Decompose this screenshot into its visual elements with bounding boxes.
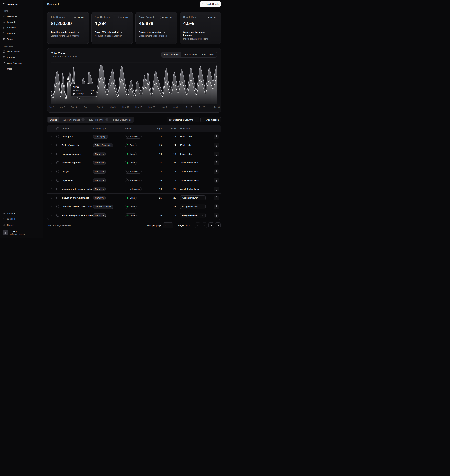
sidebar-item-lifecycle[interactable]: Lifecycle [1, 19, 42, 25]
file-icon [3, 62, 6, 64]
help-icon [3, 218, 6, 221]
row-header-link[interactable]: Cover page [62, 135, 73, 138]
assign-reviewer-select[interactable]: Assign reviewer [180, 204, 206, 209]
row-menu-button[interactable] [214, 161, 219, 165]
quick-create-button[interactable]: Quick Create [200, 1, 221, 7]
target-cell[interactable]: 10 [150, 153, 165, 155]
range-option-last-30-days[interactable]: Last 30 days [181, 52, 200, 58]
row-header-link[interactable]: Executive summary [62, 153, 82, 155]
row-menu-button[interactable] [214, 169, 219, 174]
sidebar-item-dashboard[interactable]: Dashboard [1, 13, 42, 19]
stat-card-headline: Down 20% this period [95, 31, 129, 34]
section-type-badge: Table of contents [93, 143, 113, 147]
brand-name: Acme Inc. [7, 3, 19, 6]
row-menu-button[interactable] [214, 213, 219, 218]
row-menu-button[interactable] [214, 152, 219, 157]
limit-cell[interactable]: 24 [165, 144, 179, 146]
topbar: Documents Quick Create [43, 0, 225, 8]
sidebar-item-projects[interactable]: Projects [1, 31, 42, 36]
next-page-button[interactable] [208, 222, 214, 228]
row-header-link[interactable]: Integration with existing systems [62, 188, 94, 190]
tab-outline[interactable]: Outline [48, 117, 59, 122]
customize-columns-button[interactable]: Customize Columns [167, 117, 199, 122]
sidebar-item-more[interactable]: More [1, 66, 42, 71]
row-checkbox[interactable] [56, 179, 59, 181]
row-checkbox[interactable] [56, 170, 59, 173]
rows-per-page-select[interactable]: 10 [163, 222, 173, 228]
row-menu-button[interactable] [214, 143, 219, 148]
limit-cell[interactable]: 23 [165, 162, 179, 164]
sidebar-item-reports[interactable]: Reports [1, 55, 42, 60]
row-checkbox[interactable] [56, 153, 59, 155]
tab-focus-documents[interactable]: Focus Documents [111, 117, 134, 122]
sidebar-item-search[interactable]: Search [1, 222, 42, 227]
target-cell[interactable]: 25 [150, 197, 165, 199]
row-checkbox[interactable] [56, 188, 59, 190]
add-section-button[interactable]: Add Section [200, 117, 221, 122]
assign-reviewer-select[interactable]: Assign reviewer [180, 213, 206, 218]
target-cell[interactable]: 19 [150, 188, 165, 190]
drag-handle-icon[interactable] [49, 214, 53, 217]
row-checkbox[interactable] [56, 144, 59, 146]
row-menu-button[interactable] [214, 196, 219, 200]
ellipsis-vertical-icon[interactable] [38, 232, 40, 234]
drag-cell [47, 214, 55, 217]
row-menu-button[interactable] [214, 178, 219, 183]
limit-cell[interactable]: 28 [165, 214, 179, 217]
sidebar-item-analytics[interactable]: Analytics [1, 25, 42, 30]
row-header-link[interactable]: Table of contents [62, 144, 79, 146]
tab-key-personnel[interactable]: Key Personnel2 [87, 117, 111, 122]
row-checkbox[interactable] [56, 135, 59, 138]
sidebar-item-data-library[interactable]: Data Library [1, 49, 42, 54]
brand[interactable]: Acme Inc. [1, 2, 42, 7]
target-cell[interactable]: 2 [150, 170, 165, 173]
drag-handle-icon[interactable] [49, 170, 53, 173]
sidebar-item-team[interactable]: Team [1, 36, 42, 42]
limit-cell[interactable]: 26 [165, 197, 179, 199]
drag-handle-icon[interactable] [49, 205, 53, 208]
row-checkbox[interactable] [56, 214, 59, 217]
limit-cell[interactable]: 21 [165, 188, 179, 190]
drag-handle-icon[interactable] [49, 179, 53, 182]
drag-handle-icon[interactable] [49, 153, 53, 155]
drag-handle-icon[interactable] [49, 162, 53, 164]
limit-cell[interactable]: 13 [165, 153, 179, 155]
row-menu-button[interactable] [214, 204, 219, 209]
status-label: In Process [130, 179, 140, 181]
row-checkbox[interactable] [56, 162, 59, 164]
row-menu-button[interactable] [214, 134, 219, 139]
row-checkbox[interactable] [56, 197, 59, 199]
select-all-checkbox[interactable] [56, 128, 59, 130]
last-page-button[interactable] [215, 222, 221, 228]
drag-handle-icon[interactable] [49, 135, 53, 138]
target-cell[interactable]: 30 [150, 214, 165, 217]
row-checkbox[interactable] [56, 205, 59, 208]
row-menu-button[interactable] [214, 187, 219, 192]
target-cell[interactable]: 7 [150, 205, 165, 208]
sidebar-item-get-help[interactable]: Get Help [1, 216, 42, 222]
limit-cell[interactable]: 23 [165, 205, 179, 208]
row-header-link[interactable]: Technical approach [62, 162, 81, 164]
drag-handle-icon[interactable] [49, 197, 53, 199]
row-header-link[interactable]: Innovation and Advantages [62, 197, 89, 199]
user-menu[interactable]: shadcn m@example.com [1, 229, 42, 237]
limit-cell[interactable]: 5 [165, 135, 179, 138]
row-header-link[interactable]: Capabilities [62, 179, 73, 181]
tab-past-performance[interactable]: Past Performance3 [60, 117, 87, 122]
limit-cell[interactable]: 16 [165, 170, 179, 173]
limit-cell[interactable]: 8 [165, 179, 179, 181]
target-cell[interactable]: 29 [150, 144, 165, 146]
target-cell[interactable]: 18 [150, 135, 165, 138]
sidebar-item-word-assistant[interactable]: Word Assistant [1, 60, 42, 66]
drag-handle-icon[interactable] [49, 188, 53, 191]
row-header-link[interactable]: Design [62, 170, 69, 173]
trend-badge-value: -20% [123, 16, 128, 18]
target-cell[interactable]: 20 [150, 179, 165, 181]
sidebar-item-settings[interactable]: Settings [1, 211, 42, 216]
target-cell[interactable]: 27 [150, 162, 165, 164]
range-option-last-7-days[interactable]: Last 7 days [200, 52, 217, 58]
range-option-last-3-months[interactable]: Last 3 months [162, 52, 181, 58]
visitors-area-chart[interactable]: Apr 11 Mobile350Desktop327 [51, 62, 217, 104]
drag-handle-icon[interactable] [49, 144, 53, 147]
assign-reviewer-select[interactable]: Assign reviewer [180, 195, 206, 200]
